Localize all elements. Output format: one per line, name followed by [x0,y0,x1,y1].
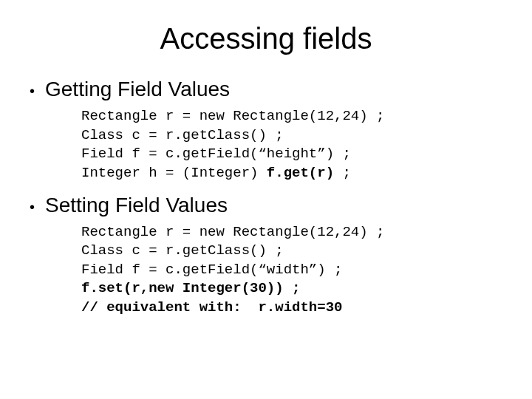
code-getting: Rectangle r = new Rectangle(12,24) ; Cla… [81,107,502,183]
bullet-getting: • Getting Field Values [30,78,502,101]
bullet-dot-icon: • [30,81,35,101]
code-setting-l3: Field f = c.getField(“width”) ; [81,262,342,278]
bullet-getting-text: Getting Field Values [45,78,230,101]
code-getting-l4c: ; [334,165,351,181]
slide-title: Accessing fields [30,22,502,55]
code-setting-l2: Class c = r.getClass() ; [81,242,284,259]
code-getting-l2: Class c = r.getClass() ; [81,127,284,143]
bullet-dot-icon: • [30,197,35,217]
code-getting-l3: Field f = c.getField(“height”) ; [81,146,351,162]
code-setting-l4: f.set(r,new Integer(30)) ; [81,280,300,296]
code-setting: Rectangle r = new Rectangle(12,24) ; Cla… [81,223,502,318]
code-getting-l1: Rectangle r = new Rectangle(12,24) ; [81,108,384,124]
code-getting-l4b: f.get(r) [267,165,334,181]
code-setting-l5: // equivalent with: r.width=30 [81,299,342,316]
code-setting-l1: Rectangle r = new Rectangle(12,24) ; [81,224,384,240]
code-getting-l4a: Integer h = (Integer) [81,165,267,181]
bullet-setting: • Setting Field Values [30,194,502,217]
bullet-setting-text: Setting Field Values [45,194,228,217]
